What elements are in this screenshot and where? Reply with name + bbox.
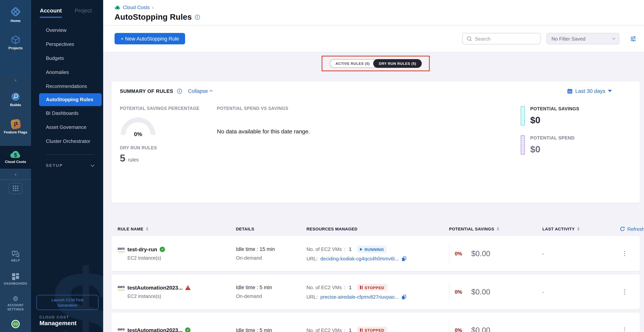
copy-icon[interactable] (402, 294, 407, 300)
summary-of-rules-card: SUMMARY OF RULES i Collapse Last 30 days (112, 81, 640, 203)
product-eyebrow: CLOUD COST (36, 315, 98, 319)
tab-account[interactable]: Account (40, 7, 62, 18)
saved-filter-value: No Filter Saved (552, 36, 586, 41)
table-row[interactable]: aws testAutomation2023... ✓ Idle time : … (112, 313, 640, 332)
sliders-icon (630, 35, 636, 42)
tab-dry-run-rules[interactable]: DRY RUN RULES (5) (373, 59, 422, 68)
cell-details: Idle time : 5 min On-demand (236, 285, 306, 299)
refresh-button[interactable]: Refresh (620, 226, 644, 232)
annotation-red-box: ACTIVE RULES (5) DRY RUN RULES (5) (322, 56, 430, 71)
savings-amount: $0.00 (471, 288, 490, 296)
rail-divider (0, 180, 31, 180)
saved-filter-dropdown[interactable]: No Filter Saved (546, 33, 619, 44)
no-data-message: No data available for this date range. (217, 128, 521, 135)
rail-item-home[interactable]: Home (0, 6, 31, 23)
rule-name[interactable]: testAutomation2023... (128, 327, 182, 332)
potential-spend-kpi: POTENTIAL SPEND $0 (521, 135, 632, 155)
vm-count-sep: : (344, 246, 345, 252)
savings-gauge: 0% (120, 116, 156, 136)
spend-vs-savings-label: POTENTIAL SPEND VS SAVINGS (217, 106, 521, 111)
kebab-menu-icon[interactable]: ⋮ (622, 289, 628, 295)
nav-rail: Home Projects ▲ Builds Feature (0, 0, 31, 332)
url-label: URL: (306, 294, 318, 300)
page-header: $ Cloud Costs › AutoStopping Rules i (103, 0, 644, 26)
scope-tabs: Account Project (31, 0, 103, 18)
avatar[interactable]: CJ (12, 320, 20, 328)
column-rule-name[interactable]: RULE NAME (118, 227, 236, 231)
date-range-dropdown[interactable]: Last 30 days (567, 88, 612, 94)
table-row[interactable]: aws test-dry-run ✓ EC2 instance(s) Idle … (112, 236, 640, 271)
sidebar-bottom: Launch CCM First Generation CLOUD COST M… (36, 295, 98, 327)
tab-project[interactable]: Project (75, 7, 92, 18)
rule-url-link[interactable]: deciding-kodiak-cg4qcs4h0mmv6l... (320, 256, 398, 262)
savings-percent: 0% (455, 251, 462, 256)
launch-ccm-first-gen-button[interactable]: Launch CCM First Generation (36, 295, 98, 310)
scroll-down-icon[interactable]: ▼ (0, 173, 31, 177)
sidebar-item-perspectives[interactable]: Perspectives (31, 37, 103, 51)
scroll-up-icon[interactable]: ▲ (0, 78, 31, 82)
app-window: Home Projects ▲ Builds Feature (0, 0, 644, 332)
sidebar-item-anomalies[interactable]: Anomalies (31, 65, 103, 79)
chevron-down-icon (91, 163, 94, 167)
search-input[interactable] (475, 36, 536, 41)
summary-info-icon[interactable]: i (177, 88, 182, 93)
circular-arrow-icon (620, 226, 625, 232)
aws-icon: aws (118, 285, 125, 290)
warning-triangle-icon (185, 285, 190, 290)
new-autostopping-rule-button[interactable]: + New AutoStopping Rule (114, 33, 185, 44)
sidebar-item-cluster-orchestrator[interactable]: Cluster Orchestrator (31, 134, 103, 148)
rail-item-label: Cloud Costs (5, 160, 26, 164)
calendar-icon (567, 88, 572, 94)
copy-icon[interactable] (402, 256, 407, 261)
rail-item-dashboards[interactable]: DASHBOARDS (0, 273, 31, 286)
rule-url-link[interactable]: precise-airedale-cfpmv827riuvpao... (320, 294, 398, 300)
home-icon (10, 6, 21, 17)
breadcrumb: $ Cloud Costs › (114, 4, 636, 10)
cell-rule-name: aws testAutomation2023... ✓ (118, 327, 236, 332)
cell-details: Idle time : 5 min (236, 327, 306, 332)
collapse-toggle[interactable]: Collapse (188, 88, 213, 94)
column-last-activity[interactable]: LAST ACTIVITY (542, 227, 620, 231)
rule-name[interactable]: testAutomation2023... (128, 285, 182, 291)
potential-savings-label: POTENTIAL SAVINGS (530, 106, 579, 111)
sidebar-item-bi-dashboards[interactable]: BI Dashboards (31, 106, 103, 120)
content-area: ACTIVE RULES (5) DRY RUN RULES (5) SUMMA… (103, 51, 644, 332)
sidebar-menu: Overview Perspectives Budgets Anomalies … (31, 23, 103, 148)
sidebar-item-autostopping-rules[interactable]: AutoStopping Rules (39, 93, 102, 106)
filter-panel-button[interactable] (630, 35, 636, 42)
sidebar-item-budgets[interactable]: Budgets (31, 51, 103, 65)
table-row[interactable]: aws testAutomation2023... EC2 instance(s… (112, 274, 640, 309)
vm-count: 1 (349, 327, 352, 332)
rule-name[interactable]: test-dry-run (128, 246, 157, 252)
rail-item-help[interactable]: ? HELP (0, 250, 31, 263)
module-picker-button[interactable] (9, 183, 22, 194)
rule-type: EC2 instance(s) (128, 256, 236, 261)
potential-spend-label: POTENTIAL SPEND (530, 135, 574, 141)
sidebar-item-asset-governance[interactable]: Asset Governance (31, 120, 103, 134)
sort-arrows-icon (497, 227, 499, 231)
dry-run-count: 5 (120, 152, 125, 164)
breadcrumb-link-cloud-costs[interactable]: Cloud Costs (123, 4, 150, 10)
rail-item-feature-flags[interactable]: Feature Flags (0, 119, 31, 135)
tab-active-rules[interactable]: ACTIVE RULES (5) (330, 59, 380, 68)
caret-down-icon (608, 90, 612, 92)
rail-item-label: Builds (10, 103, 21, 107)
fulfilment: On-demand (236, 293, 306, 299)
sidebar-item-recommendations[interactable]: Recommendations (31, 79, 103, 93)
cell-rule-name: aws test-dry-run ✓ EC2 instance(s) (118, 246, 236, 261)
rail-item-cloud-costs-selected[interactable]: $ Cloud Costs (0, 146, 31, 169)
rail-item-builds[interactable]: Builds (0, 92, 31, 107)
column-potential-savings[interactable]: POTENTIAL SAVINGS (449, 227, 542, 231)
column-resources-managed: RESOURCES MANAGED (306, 227, 449, 231)
refresh-label: Refresh (627, 226, 644, 232)
rules-tabs-row: ACTIVE RULES (5) DRY RUN RULES (5) (112, 56, 640, 71)
rail-item-projects[interactable]: Projects (0, 35, 31, 50)
sidebar-item-overview[interactable]: Overview (31, 23, 103, 37)
rail-item-account-settings[interactable]: ⚙ ACCOUNT SETTINGS (0, 296, 31, 312)
main-panel: $ Cloud Costs › AutoStopping Rules i + N… (103, 0, 644, 332)
collapse-label: Collapse (188, 88, 208, 94)
sidebar-setup-toggle[interactable]: SETUP (31, 155, 103, 168)
kebab-menu-icon[interactable]: ⋮ (622, 327, 628, 332)
kebab-menu-icon[interactable]: ⋮ (622, 251, 628, 257)
title-info-icon[interactable]: i (195, 14, 200, 19)
